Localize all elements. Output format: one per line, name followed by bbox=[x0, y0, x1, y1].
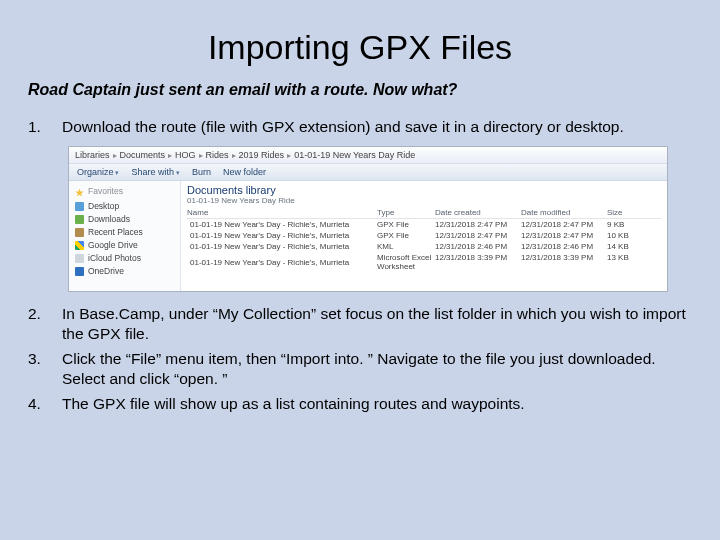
sidebar-item-recent[interactable]: Recent Places bbox=[75, 226, 174, 239]
onedrive-icon bbox=[75, 267, 84, 276]
file-type: GPX File bbox=[377, 231, 435, 240]
chevron-right-icon: ▸ bbox=[113, 151, 117, 160]
step-2: 2. In Base.Camp, under “My Collection” s… bbox=[28, 304, 692, 343]
lead-text: Road Captain just sent an email with a r… bbox=[28, 81, 692, 99]
file-modified: 12/31/2018 3:39 PM bbox=[521, 253, 607, 271]
col-type[interactable]: Type bbox=[377, 208, 435, 217]
desktop-icon bbox=[75, 202, 84, 211]
sidebar-item-downloads[interactable]: Downloads bbox=[75, 213, 174, 226]
file-modified: 12/31/2018 2:46 PM bbox=[521, 242, 607, 251]
chevron-right-icon: ▸ bbox=[199, 151, 203, 160]
file-row[interactable]: 01-01-19 New Year's Day - Richie's, Murr… bbox=[187, 219, 661, 230]
sidebar-item-label: Desktop bbox=[88, 201, 119, 212]
library-subtitle: 01-01-19 New Years Day Ride bbox=[187, 196, 661, 205]
step-number: 3. bbox=[28, 349, 62, 388]
recent-icon bbox=[75, 228, 84, 237]
breadcrumb-item[interactable]: Libraries bbox=[75, 150, 110, 160]
breadcrumb-item[interactable]: Documents bbox=[120, 150, 166, 160]
sidebar-item-desktop[interactable]: Desktop bbox=[75, 200, 174, 213]
explorer-toolbar: Organize Share with Burn New folder bbox=[69, 164, 667, 181]
chevron-right-icon: ▸ bbox=[232, 151, 236, 160]
sidebar-item-label: OneDrive bbox=[88, 266, 124, 277]
organize-button[interactable]: Organize bbox=[77, 167, 119, 177]
step-text: In Base.Camp, under “My Collection” set … bbox=[62, 304, 692, 343]
new-folder-button[interactable]: New folder bbox=[223, 167, 266, 177]
breadcrumb-item[interactable]: HOG bbox=[175, 150, 196, 160]
file-row[interactable]: 01-01-19 New Year's Day - Richie's, Murr… bbox=[187, 230, 661, 241]
file-size: 9 KB bbox=[607, 220, 647, 229]
file-type: Microsoft Excel Worksheet bbox=[377, 253, 435, 271]
file-name: 01-01-19 New Year's Day - Richie's, Murr… bbox=[190, 220, 349, 229]
step-text: Download the route (file with GPX extens… bbox=[62, 117, 692, 136]
star-icon bbox=[75, 188, 84, 197]
sidebar-item-label: Downloads bbox=[88, 214, 130, 225]
downloads-icon bbox=[75, 215, 84, 224]
file-size: 13 KB bbox=[607, 253, 647, 271]
sidebar-item-icloud[interactable]: iCloud Photos bbox=[75, 252, 174, 265]
chevron-right-icon: ▸ bbox=[168, 151, 172, 160]
file-created: 12/31/2018 2:46 PM bbox=[435, 242, 521, 251]
col-modified[interactable]: Date modified bbox=[521, 208, 607, 217]
explorer-main: Documents library 01-01-19 New Years Day… bbox=[181, 181, 667, 291]
breadcrumb-item[interactable]: Rides bbox=[206, 150, 229, 160]
step-text: The GPX file will show up as a list cont… bbox=[62, 394, 692, 413]
sidebar-item-label: iCloud Photos bbox=[88, 253, 141, 264]
step-number: 2. bbox=[28, 304, 62, 343]
col-name[interactable]: Name bbox=[187, 208, 377, 217]
file-modified: 12/31/2018 2:47 PM bbox=[521, 220, 607, 229]
file-created: 12/31/2018 3:39 PM bbox=[435, 253, 521, 271]
breadcrumb-item[interactable]: 01-01-19 New Years Day Ride bbox=[294, 150, 415, 160]
column-headers: Name Type Date created Date modified Siz… bbox=[187, 208, 661, 219]
file-name: 01-01-19 New Year's Day - Richie's, Murr… bbox=[190, 242, 349, 251]
google-drive-icon bbox=[75, 241, 84, 250]
step-1: 1. Download the route (file with GPX ext… bbox=[28, 117, 692, 136]
explorer-sidebar: Favorites Desktop Downloads Recent Place… bbox=[69, 181, 181, 291]
file-type: KML bbox=[377, 242, 435, 251]
step-number: 4. bbox=[28, 394, 62, 413]
chevron-right-icon: ▸ bbox=[287, 151, 291, 160]
step-text: Click the “File” menu item, then “Import… bbox=[62, 349, 692, 388]
sidebar-item-label: Recent Places bbox=[88, 227, 143, 238]
sidebar-item-label: Google Drive bbox=[88, 240, 138, 251]
page-title: Importing GPX Files bbox=[28, 28, 692, 67]
file-created: 12/31/2018 2:47 PM bbox=[435, 231, 521, 240]
step-number: 1. bbox=[28, 117, 62, 136]
file-row[interactable]: 01-01-19 New Year's Day - Richie's, Murr… bbox=[187, 252, 661, 272]
file-created: 12/31/2018 2:47 PM bbox=[435, 220, 521, 229]
library-title: Documents library bbox=[187, 184, 661, 196]
sidebar-header-label: Favorites bbox=[88, 186, 123, 197]
file-name: 01-01-19 New Year's Day - Richie's, Murr… bbox=[190, 258, 349, 267]
file-explorer-window: Libraries▸ Documents▸ HOG▸ Rides▸ 2019 R… bbox=[68, 146, 668, 292]
sidebar-item-onedrive[interactable]: OneDrive bbox=[75, 265, 174, 278]
step-4: 4. The GPX file will show up as a list c… bbox=[28, 394, 692, 413]
breadcrumb[interactable]: Libraries▸ Documents▸ HOG▸ Rides▸ 2019 R… bbox=[69, 147, 667, 164]
file-type: GPX File bbox=[377, 220, 435, 229]
sidebar-item-gdrive[interactable]: Google Drive bbox=[75, 239, 174, 252]
file-modified: 12/31/2018 2:47 PM bbox=[521, 231, 607, 240]
cloud-icon bbox=[75, 254, 84, 263]
file-row[interactable]: 01-01-19 New Year's Day - Richie's, Murr… bbox=[187, 241, 661, 252]
breadcrumb-item[interactable]: 2019 Rides bbox=[239, 150, 285, 160]
file-name: 01-01-19 New Year's Day - Richie's, Murr… bbox=[190, 231, 349, 240]
sidebar-favorites-header[interactable]: Favorites bbox=[75, 185, 174, 200]
burn-button[interactable]: Burn bbox=[192, 167, 211, 177]
file-size: 14 KB bbox=[607, 242, 647, 251]
file-size: 10 KB bbox=[607, 231, 647, 240]
col-created[interactable]: Date created bbox=[435, 208, 521, 217]
step-3: 3. Click the “File” menu item, then “Imp… bbox=[28, 349, 692, 388]
col-size[interactable]: Size bbox=[607, 208, 647, 217]
share-with-button[interactable]: Share with bbox=[131, 167, 179, 177]
